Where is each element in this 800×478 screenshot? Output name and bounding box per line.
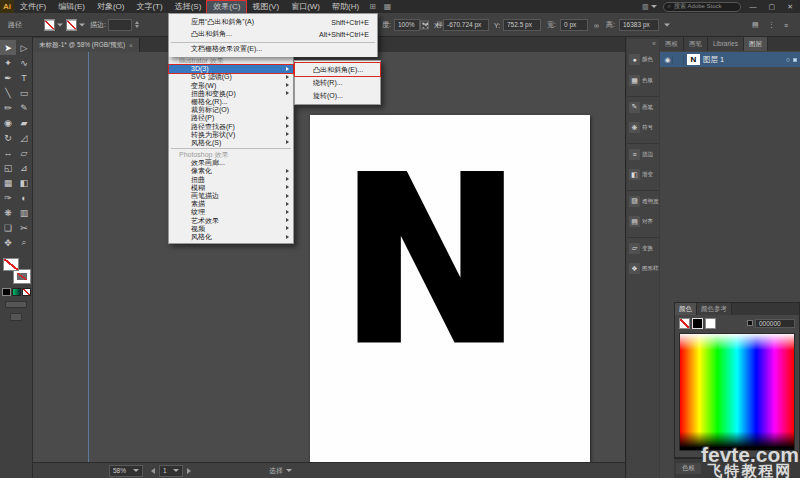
fill-color-swatch[interactable] [44, 19, 63, 30]
select-menu[interactable]: 选择(S) [169, 1, 208, 13]
effect-gallery-item[interactable]: 效果画廊... [169, 159, 293, 167]
gradient-tool[interactable]: ◧ [16, 175, 32, 190]
selection-tool[interactable]: ➤ [0, 40, 16, 55]
screen-mode-button[interactable] [10, 313, 22, 321]
paintbrush-tool[interactable]: ✏ [0, 100, 16, 115]
artboard-nav-select[interactable]: 1 [159, 465, 183, 477]
window-menu[interactable]: 窗口(W) [285, 1, 326, 13]
blob-brush-tool[interactable]: ◉ [0, 115, 16, 130]
zoom-tool[interactable]: ⌕ [16, 235, 32, 250]
lasso-tool[interactable]: ∿ [16, 55, 32, 70]
transform-caret[interactable] [664, 23, 670, 26]
prev-artboard-icon[interactable] [151, 468, 155, 474]
type-tool[interactable]: T [16, 70, 32, 85]
dock-align[interactable]: ▤ 对齐 [627, 211, 659, 232]
dock-transparency[interactable]: ▨ 透明度 [627, 190, 659, 211]
color-button[interactable] [2, 288, 11, 296]
maximize-button[interactable]: ▢ [766, 3, 779, 11]
rasterize-item[interactable]: 栅格化(R)... [169, 98, 293, 106]
white-swatch[interactable] [705, 318, 716, 329]
layer-target-icon[interactable]: ○ [786, 56, 790, 63]
warp-item[interactable]: 变形(W) [169, 82, 293, 90]
pixelate-item[interactable]: 像素化 [169, 167, 293, 175]
vertical-guide[interactable] [88, 52, 89, 462]
path-item[interactable]: 路径(P) [169, 114, 293, 122]
close-button[interactable]: ✕ [784, 3, 796, 11]
free-transform-tool[interactable]: ▱ [16, 145, 32, 160]
fill-stroke-indicator[interactable] [3, 258, 30, 283]
shape-builder-tool[interactable]: ◱ [0, 160, 16, 175]
help-menu[interactable]: 帮助(H) [326, 1, 365, 13]
pathfinder-item[interactable]: 路径查找器(F) [169, 123, 293, 131]
none-swatch[interactable] [679, 318, 690, 329]
stroke-weight-field[interactable] [108, 19, 132, 31]
height-field[interactable]: 16383 px [619, 19, 659, 31]
3d-item[interactable]: 3D(3) [169, 65, 293, 73]
cb-align-icon[interactable]: ▤ [752, 21, 759, 29]
dock-stroke[interactable]: ≡ 描边 [627, 143, 659, 164]
distort-transform-item[interactable]: 扭曲和变换(D) [169, 90, 293, 98]
rectangle-tool[interactable]: ▭ [16, 85, 32, 100]
rotate-tool[interactable]: ↻ [0, 130, 16, 145]
crop-marks-item[interactable]: 裁剪标记(O) [169, 106, 293, 114]
symbol-sprayer-tool[interactable]: ❋ [0, 205, 16, 220]
artboard-tool[interactable]: ❏ [0, 220, 16, 235]
tab-brushes[interactable]: 画笔 [684, 37, 708, 51]
slice-tool[interactable]: ✂ [16, 220, 32, 235]
stroke-color-swatch[interactable] [66, 19, 85, 30]
convert-to-shape-item[interactable]: 转换为形状(V) [169, 131, 293, 139]
zoom-level-select[interactable]: 58% [109, 465, 143, 477]
magic-wand-tool[interactable]: ✦ [0, 55, 16, 70]
opacity-field[interactable]: 100% [394, 19, 420, 31]
pencil-tool[interactable]: ✎ [16, 100, 32, 115]
y-field[interactable]: 752.5 px [503, 19, 541, 31]
rotate-subitem[interactable]: 旋转(O)... [295, 89, 380, 102]
bridge-icon[interactable]: ⊞ [369, 2, 376, 11]
effect-menu[interactable]: 效果(C) [207, 1, 246, 13]
cb-options-icon[interactable]: ⋮ [768, 21, 775, 29]
file-menu[interactable]: 文件(F) [14, 1, 52, 13]
color-spectrum[interactable] [679, 333, 795, 451]
workspace-switcher[interactable]: ▥ [642, 3, 657, 11]
stroke-indicator[interactable] [14, 270, 30, 283]
canvas[interactable]: N [33, 52, 625, 462]
blur-item[interactable]: 模糊 [169, 184, 293, 192]
eraser-tool[interactable]: ▰ [16, 115, 32, 130]
pen-tool[interactable]: ✒ [0, 70, 16, 85]
width-tool[interactable]: ↔ [0, 145, 16, 160]
eyedropper-tool[interactable]: ✑ [0, 190, 16, 205]
mesh-tool[interactable]: ▦ [0, 175, 16, 190]
line-segment-tool[interactable]: ╲ [0, 85, 16, 100]
tab-color-guide[interactable]: 颜色参考 [697, 303, 732, 315]
scale-tool[interactable]: ◿ [16, 130, 32, 145]
type-menu[interactable]: 文字(T) [130, 1, 168, 13]
tab-layers[interactable]: 图层 [744, 37, 768, 51]
artistic-item[interactable]: 艺术效果 [169, 217, 293, 225]
dock-transform[interactable]: ▱ 变换 [627, 237, 659, 258]
distort-item[interactable]: 扭曲 [169, 176, 293, 184]
apply-extrude-bevel[interactable]: 应用“凸出和斜角”(A) Shift+Ctrl+E [169, 16, 377, 28]
cb-panel-menu-icon[interactable]: ≡ [784, 21, 788, 28]
none-button[interactable] [22, 288, 31, 296]
stylize-ps-item[interactable]: 风格化 [169, 233, 293, 241]
draw-mode-buttons[interactable] [5, 301, 27, 308]
lock-toggle[interactable] [676, 54, 684, 65]
status-display[interactable]: 选择 [269, 466, 292, 476]
dock-symbols[interactable]: ❋ 符号 [627, 117, 659, 138]
svg-filters-item[interactable]: SVG 滤镜(G) [169, 73, 293, 81]
extrude-bevel[interactable]: 凸出和斜角... Alt+Shift+Ctrl+E [169, 28, 377, 40]
gradient-button[interactable] [12, 288, 21, 296]
x-field[interactable]: -670.724 px [443, 19, 489, 31]
brush-strokes-item[interactable]: 画笔描边 [169, 192, 293, 200]
layer-name[interactable]: 图层 1 [703, 55, 724, 65]
dock-swatches[interactable]: ▦ 色板 [627, 70, 659, 91]
perspective-grid-tool[interactable]: ⊿ [16, 160, 32, 175]
revolve-subitem[interactable]: 绕转(R)... [295, 76, 380, 89]
swatches-tab[interactable]: 色板 [676, 463, 701, 474]
layer-row[interactable]: ◉ N 图层 1 ○ [660, 52, 800, 67]
document-tab[interactable]: 未标题-1* @ 58% (RGB/预览) × [33, 38, 140, 52]
reference-point-grid[interactable] [420, 20, 429, 29]
stroke-weight-stepper[interactable] [133, 19, 141, 31]
dock-color[interactable]: ● 颜色 [627, 49, 659, 70]
object-menu[interactable]: 对象(O) [91, 1, 131, 13]
